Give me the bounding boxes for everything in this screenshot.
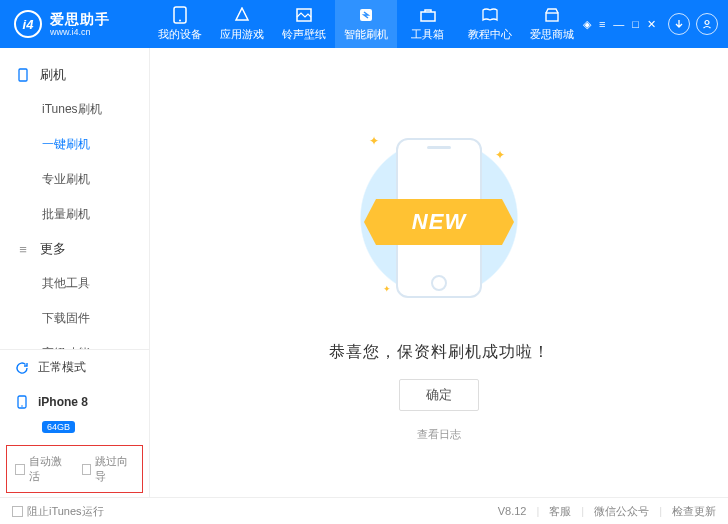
group-title: 刷机 <box>40 66 66 84</box>
toolbox-icon <box>419 6 437 24</box>
nav-label: 应用游戏 <box>220 27 264 42</box>
checkbox-label: 自动激活 <box>29 454 68 484</box>
maximize-icon[interactable]: □ <box>632 18 639 31</box>
version-label: V8.12 <box>498 505 527 517</box>
group-title: 更多 <box>40 240 66 258</box>
checkbox-label: 阻止iTunes运行 <box>27 504 104 519</box>
skip-guide-checkbox[interactable]: 跳过向导 <box>82 454 135 484</box>
header-right: ◈ ≡ — □ ✕ <box>583 13 728 35</box>
menu-icon[interactable]: ≡ <box>599 18 605 31</box>
book-icon <box>481 6 499 24</box>
nav-flash[interactable]: 智能刷机 <box>335 0 397 48</box>
more-icon: ≡ <box>16 242 30 256</box>
group-more[interactable]: ≡ 更多 <box>0 232 149 266</box>
svg-rect-7 <box>19 69 27 81</box>
nav-ringtones[interactable]: 铃声壁纸 <box>273 0 335 48</box>
sidebar-batch-flash[interactable]: 批量刷机 <box>0 197 149 232</box>
user-icon[interactable] <box>696 13 718 35</box>
nav-tutorials[interactable]: 教程中心 <box>459 0 521 48</box>
svg-point-1 <box>179 20 181 22</box>
svg-point-6 <box>705 21 709 25</box>
svg-rect-4 <box>421 12 435 21</box>
minimize-icon[interactable]: — <box>613 18 624 31</box>
sidebar-advanced[interactable]: 高级功能 <box>0 336 149 349</box>
main-content: ✦ ✦ ✦ NEW 恭喜您，保资料刷机成功啦！ 确定 查看日志 <box>150 48 728 497</box>
flash-icon <box>357 6 375 24</box>
refresh-icon <box>14 360 30 376</box>
apps-icon <box>233 6 251 24</box>
device-name: iPhone 8 <box>38 395 88 409</box>
app-header: i4 爱思助手 www.i4.cn 我的设备 应用游戏 铃声壁纸 智能刷机 工具… <box>0 0 728 48</box>
device-row[interactable]: iPhone 8 <box>0 385 149 419</box>
nav-my-device[interactable]: 我的设备 <box>149 0 211 48</box>
wallpaper-icon <box>295 6 313 24</box>
sidebar-itunes-flash[interactable]: iTunes刷机 <box>0 92 149 127</box>
view-log-link[interactable]: 查看日志 <box>417 427 461 442</box>
group-flash[interactable]: 刷机 <box>0 58 149 92</box>
options-highlight: 自动激活 跳过向导 <box>6 445 143 493</box>
mode-row[interactable]: 正常模式 <box>0 350 149 385</box>
wechat-link[interactable]: 微信公众号 <box>594 504 649 519</box>
store-icon <box>543 6 561 24</box>
sidebar: 刷机 iTunes刷机 一键刷机 专业刷机 批量刷机 ≡ 更多 其他工具 下载固… <box>0 48 150 497</box>
window-controls: ◈ ≡ — □ ✕ <box>583 18 656 31</box>
top-nav: 我的设备 应用游戏 铃声壁纸 智能刷机 工具箱 教程中心 爱思商城 <box>149 0 583 48</box>
new-ribbon: NEW <box>364 199 514 245</box>
nav-label: 我的设备 <box>158 27 202 42</box>
nav-label: 智能刷机 <box>344 27 388 42</box>
svg-rect-5 <box>546 13 558 21</box>
phone-icon <box>16 68 30 82</box>
device-icon <box>171 6 189 24</box>
brand: i4 爱思助手 www.i4.cn <box>0 10 149 38</box>
brand-title: 爱思助手 <box>50 12 110 26</box>
nav-label: 工具箱 <box>411 27 444 42</box>
svg-point-9 <box>21 405 23 407</box>
checkbox-label: 跳过向导 <box>95 454 134 484</box>
success-illustration: ✦ ✦ ✦ NEW <box>339 118 539 318</box>
brand-sub: www.i4.cn <box>50 28 110 37</box>
sidebar-pro-flash[interactable]: 专业刷机 <box>0 162 149 197</box>
nav-label: 爱思商城 <box>530 27 574 42</box>
block-itunes-checkbox[interactable]: 阻止iTunes运行 <box>12 504 104 519</box>
download-icon[interactable] <box>668 13 690 35</box>
sidebar-other-tools[interactable]: 其他工具 <box>0 266 149 301</box>
auto-activate-checkbox[interactable]: 自动激活 <box>15 454 68 484</box>
nav-label: 铃声壁纸 <box>282 27 326 42</box>
nav-label: 教程中心 <box>468 27 512 42</box>
skin-icon[interactable]: ◈ <box>583 18 591 31</box>
sidebar-download-firmware[interactable]: 下载固件 <box>0 301 149 336</box>
success-message: 恭喜您，保资料刷机成功啦！ <box>329 342 550 363</box>
ok-button[interactable]: 确定 <box>399 379 479 411</box>
support-link[interactable]: 客服 <box>549 504 571 519</box>
logo-icon: i4 <box>14 10 42 38</box>
close-icon[interactable]: ✕ <box>647 18 656 31</box>
mobile-icon <box>14 394 30 410</box>
update-link[interactable]: 检查更新 <box>672 504 716 519</box>
mode-label: 正常模式 <box>38 359 86 376</box>
sidebar-oneclick-flash[interactable]: 一键刷机 <box>0 127 149 162</box>
nav-toolbox[interactable]: 工具箱 <box>397 0 459 48</box>
nav-apps[interactable]: 应用游戏 <box>211 0 273 48</box>
nav-store[interactable]: 爱思商城 <box>521 0 583 48</box>
status-bar: 阻止iTunes运行 V8.12 | 客服 | 微信公众号 | 检查更新 <box>0 497 728 524</box>
storage-badge: 64GB <box>42 421 75 433</box>
